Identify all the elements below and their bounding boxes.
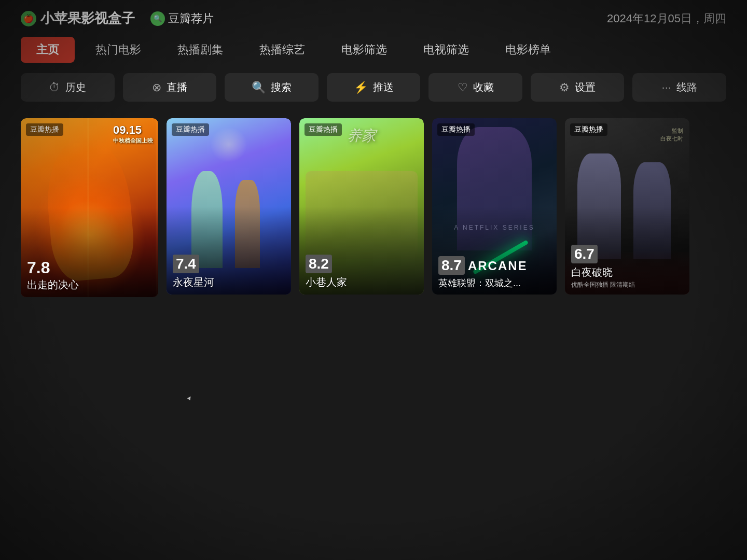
action-favorites-label: 收藏 (473, 80, 494, 94)
card-5-badge: 豆瓣热播 (570, 123, 607, 136)
quick-actions: ⏱ 历史 ⊗ 直播 🔍 搜索 ⚡ 推送 ♡ 收藏 ⚙ 设置 ··· 线路 (0, 67, 747, 108)
nav-tabs: 主页 热门电影 热播剧集 热播综艺 电影筛选 电视筛选 电影榜单 (0, 33, 747, 67)
tab-tv-filter[interactable]: 电视筛选 (408, 37, 485, 63)
action-search[interactable]: 🔍 搜索 (225, 73, 319, 102)
settings-icon: ⚙ (559, 81, 570, 94)
action-live-label: 直播 (167, 80, 187, 94)
favorites-icon: ♡ (458, 81, 468, 94)
tab-movie-rank[interactable]: 电影榜单 (490, 37, 566, 63)
action-favorites[interactable]: ♡ 收藏 (428, 73, 522, 102)
app-title-text: 小苹果影视盒子 (40, 9, 135, 27)
action-history-label: 历史 (65, 80, 86, 94)
card-3-badge: 豆瓣热播 (305, 123, 342, 136)
card-2-rating: 7.4 (173, 255, 199, 273)
movie-card-1[interactable]: 豆瓣热播 09.15 中秋档全国上映 7.8 出走的决心 (21, 118, 158, 297)
card-3-rating: 8.2 (306, 255, 332, 273)
push-icon: ⚡ (354, 81, 368, 94)
tab-movie-filter[interactable]: 电影筛选 (326, 37, 403, 63)
action-push-label: 推送 (373, 80, 394, 94)
action-push[interactable]: ⚡ 推送 (327, 73, 421, 102)
action-settings-label: 设置 (575, 80, 596, 94)
history-icon: ⏱ (49, 81, 60, 94)
douban-tag[interactable]: 🔍 豆瓣荐片 (150, 11, 214, 26)
card-2-title: 永夜星河 (173, 275, 285, 289)
card-2-badge: 豆瓣热播 (172, 123, 209, 136)
action-settings[interactable]: ⚙ 设置 (531, 73, 625, 102)
card-3-title: 小巷人家 (306, 275, 418, 289)
movie-card-2[interactable]: 豆瓣热播 7.4 永夜星河 (167, 118, 291, 297)
action-route[interactable]: ··· 线路 (632, 73, 726, 102)
movies-row: 豆瓣热播 09.15 中秋档全国上映 7.8 出走的决心 (0, 118, 747, 297)
action-history[interactable]: ⏱ 历史 (21, 73, 115, 102)
tab-hot-drama[interactable]: 热播剧集 (162, 37, 239, 63)
card-1-title: 出走的决心 (27, 278, 152, 292)
live-icon: ⊗ (152, 81, 161, 94)
card-1-date: 09.15 中秋档全国上映 (113, 123, 153, 145)
card-5-rating: 6.7 (571, 245, 598, 263)
card-1-bottom: 7.8 出走的决心 (21, 253, 158, 297)
cursor (187, 394, 193, 404)
movie-card-3[interactable]: 养家 豆瓣热播 8.2 小巷人家 (299, 118, 424, 297)
route-icon: ··· (662, 81, 671, 94)
card-5-bottom: 6.7 白夜破晓 优酷全国独播 限清期结 (565, 240, 689, 295)
card-4-badge: 豆瓣热播 (437, 123, 475, 136)
datetime: 2024年12月05日，周四 (607, 11, 726, 26)
card-4-rating: 8.7 (438, 256, 465, 275)
action-search-label: 搜索 (271, 80, 292, 94)
tab-hot-movies[interactable]: 热门电影 (80, 37, 157, 63)
movie-card-5[interactable]: 监制白夜七时 豆瓣热播 6.7 白夜破晓 优酷全国独播 限清期结 (565, 118, 689, 297)
card-4-arcane: ARCANE (468, 259, 528, 273)
header-left: 🍎 小苹果影视盒子 🔍 豆瓣荐片 (21, 9, 214, 27)
search-icon: 🔍 (252, 81, 266, 94)
card-1-rating: 7.8 (27, 259, 50, 276)
card-5-subtitle: 优酷全国独播 限清期结 (571, 281, 683, 289)
card-1-badge: 豆瓣热播 (26, 123, 63, 136)
card-5-title: 白夜破晓 (571, 265, 683, 279)
app-title: 🍎 小苹果影视盒子 (21, 9, 135, 27)
douban-label: 豆瓣荐片 (168, 11, 214, 26)
app-icon: 🍎 (21, 11, 36, 26)
movies-section: 豆瓣热播 09.15 中秋档全国上映 7.8 出走的决心 (0, 108, 747, 297)
movie-card-4[interactable]: A NETFLIX SERIES 豆瓣热播 8.7 ARCANE 英雄联盟：双城… (432, 118, 557, 297)
douban-icon: 🔍 (150, 11, 165, 26)
header: 🍎 小苹果影视盒子 🔍 豆瓣荐片 2024年12月05日，周四 (0, 0, 747, 33)
tab-home[interactable]: 主页 (21, 37, 75, 63)
card-3-bottom: 8.2 小巷人家 (299, 249, 424, 295)
card-4-bottom: 8.7 ARCANE 英雄联盟：双城之... (432, 251, 557, 295)
action-route-label: 线路 (676, 80, 697, 94)
action-live[interactable]: ⊗ 直播 (123, 73, 217, 102)
tab-hot-variety[interactable]: 热播综艺 (244, 37, 321, 63)
card-4-title: 英雄联盟：双城之... (438, 277, 550, 289)
card-2-bottom: 7.4 永夜星河 (167, 249, 291, 295)
